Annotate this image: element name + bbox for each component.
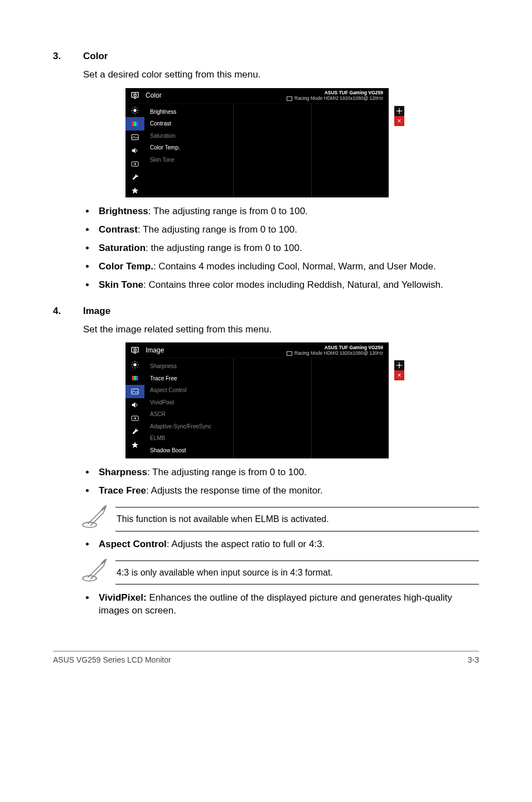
- menu-item: ELMB: [144, 432, 233, 445]
- section-title: Image: [83, 305, 479, 318]
- system-icon[interactable]: [125, 171, 144, 184]
- bullet-list-image-3: VividPixel: Enhances the outline of the …: [92, 592, 479, 617]
- term-desc: : Adjusts the aspect ratio to full or 4:…: [167, 539, 325, 549]
- list-item: Skin Tone: Contains three color modes in…: [95, 279, 479, 292]
- sound-icon[interactable]: [125, 398, 144, 412]
- term: Aspect Control: [99, 539, 167, 549]
- system-icon[interactable]: [125, 425, 144, 438]
- myfavorite-icon[interactable]: [125, 184, 144, 197]
- svg-line-10: [137, 112, 137, 113]
- bluelight-icon[interactable]: [125, 358, 144, 371]
- menu-item[interactable]: Color Temp.: [144, 142, 233, 154]
- osd-status-model: ASUS TUF Gaming VG259: [287, 90, 383, 95]
- menu-item: VividPixel: [144, 397, 233, 409]
- list-item: Aspect Control: Adjusts the aspect ratio…: [95, 538, 479, 551]
- image-icon[interactable]: [125, 385, 144, 398]
- term: Color Temp.: [99, 261, 153, 272]
- term: Trace Free: [99, 485, 146, 496]
- monitor-icon: [287, 351, 292, 356]
- myfavorite-icon[interactable]: [125, 438, 144, 452]
- svg-rect-39: [134, 376, 136, 380]
- osd-screenshot-image: GG Image ASUS TUF Gaming VG259 Racing Mo…: [125, 342, 394, 458]
- osd-col: [234, 104, 312, 197]
- osd-status-model: ASUS TUF Gaming VG259: [287, 345, 383, 350]
- osd-icon-rail: [125, 104, 144, 197]
- term: Brightness: [99, 206, 148, 216]
- gamevisual-icon: GG: [125, 342, 144, 358]
- svg-point-50: [83, 523, 96, 528]
- term-desc: : Contains 4 modes including Cool, Norma…: [153, 261, 436, 272]
- svg-rect-40: [136, 376, 138, 380]
- svg-rect-26: [134, 353, 136, 354]
- note-text: This function is not available when ELMB…: [115, 507, 479, 532]
- svg-line-12: [137, 108, 137, 108]
- svg-line-37: [137, 363, 137, 363]
- menu-item[interactable]: Brightness: [144, 106, 233, 118]
- osd-status-mode: Racing Mode HDMI2 1920x1080@ 120Hz: [287, 95, 383, 101]
- menu-item[interactable]: Contrast: [144, 118, 233, 130]
- svg-rect-1: [134, 98, 136, 99]
- menu-item: Skin Tone: [144, 154, 233, 166]
- close-icon[interactable]: ×: [394, 116, 404, 126]
- section-head: 4. Image: [53, 305, 479, 318]
- svg-text:G: G: [134, 94, 137, 97]
- term: Saturation: [99, 243, 146, 253]
- svg-rect-14: [134, 122, 136, 126]
- osd-side-buttons: ×: [394, 106, 404, 126]
- menu-item: Sharpness: [144, 360, 233, 373]
- osd-titlebar: GG Image ASUS TUF Gaming VG259 Racing Mo…: [125, 342, 389, 358]
- svg-point-29: [133, 364, 136, 366]
- note-block: 4:3 is only available when input source …: [81, 557, 479, 588]
- term: Contrast: [99, 224, 138, 235]
- osd-status: ASUS TUF Gaming VG259 Racing Mode HDMI2 …: [287, 345, 383, 356]
- list-item: Brightness: The adjusting range is from …: [95, 205, 479, 218]
- term-desc: : the adjusting range is from 0 to 100.: [146, 243, 302, 253]
- svg-line-36: [132, 367, 133, 368]
- sound-icon[interactable]: [125, 144, 144, 157]
- osd-titlebar: GG Color ASUS TUF Gaming VG259 Racing Mo…: [125, 88, 389, 104]
- osd-col: [312, 358, 389, 458]
- menu-item[interactable]: Trace Free: [144, 373, 233, 385]
- menu-item: ASCR: [144, 408, 233, 421]
- osd-menu-list: Sharpness Trace Free Aspect Control Vivi…: [144, 358, 234, 458]
- bullet-list-image-1: Sharpness: The adjusting range is from 0…: [92, 466, 479, 497]
- svg-point-4: [133, 109, 136, 112]
- svg-marker-44: [132, 442, 138, 448]
- svg-line-11: [132, 112, 133, 113]
- navigate-icon[interactable]: [394, 106, 404, 116]
- menu-item: Aspect Control: [144, 384, 233, 397]
- list-item: VividPixel: Enhances the outline of the …: [95, 592, 479, 617]
- section-description: Set a desired color setting from this me…: [83, 69, 479, 81]
- image-icon[interactable]: [125, 131, 144, 144]
- osd-col: [234, 358, 312, 458]
- osd-screenshot-color: GG Color ASUS TUF Gaming VG259 Racing Mo…: [125, 88, 394, 197]
- list-item: Trace Free: Adjusts the response time of…: [95, 485, 479, 497]
- svg-line-34: [132, 363, 133, 363]
- svg-point-51: [83, 576, 96, 581]
- color-icon[interactable]: [125, 371, 144, 385]
- input-icon[interactable]: [125, 157, 144, 171]
- term-desc: : Adjusts the response time of the monit…: [146, 485, 323, 496]
- osd-side-buttons: ×: [394, 360, 404, 380]
- input-icon[interactable]: [125, 412, 144, 425]
- osd-icon-rail: [125, 358, 144, 458]
- section-description: Set the image related setting from this …: [83, 323, 479, 336]
- color-icon[interactable]: [125, 117, 144, 131]
- section-number: 4.: [53, 305, 83, 318]
- svg-point-20: [399, 110, 400, 112]
- svg-rect-13: [132, 122, 134, 126]
- term-desc: : The adjusting range is from 0 to 100.: [148, 206, 308, 216]
- term-desc: Enhances the outline of the displayed pi…: [99, 592, 452, 616]
- menu-item: Saturation: [144, 130, 233, 142]
- navigate-icon[interactable]: [394, 360, 404, 370]
- footer-page-number: 3-3: [468, 655, 479, 665]
- osd-title: Color: [144, 91, 162, 100]
- bluelight-icon[interactable]: [125, 104, 144, 117]
- close-icon[interactable]: ×: [394, 370, 404, 380]
- svg-text:G: G: [134, 348, 137, 351]
- osd-menu-list: Brightness Contrast Saturation Color Tem…: [144, 104, 234, 197]
- bullet-list-image-2: Aspect Control: Adjusts the aspect ratio…: [92, 538, 479, 551]
- osd-title: Image: [144, 346, 164, 355]
- menu-item[interactable]: Shadow Boost: [144, 445, 233, 457]
- pen-icon: [81, 557, 115, 588]
